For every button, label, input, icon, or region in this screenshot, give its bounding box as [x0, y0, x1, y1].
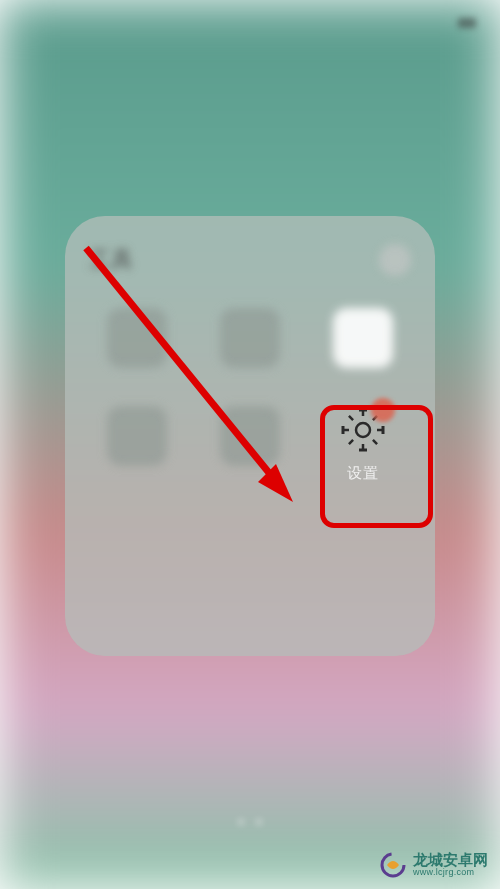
status-bar	[0, 8, 500, 38]
app-folder-panel: 工具	[65, 216, 435, 656]
folder-menu-button[interactable]	[379, 244, 411, 276]
settings-app[interactable]: 设置	[318, 406, 408, 483]
app-item[interactable]	[92, 406, 182, 483]
home-indicator[interactable]	[232, 817, 268, 835]
app-grid: 设置	[89, 308, 411, 483]
status-right	[458, 18, 480, 28]
app-icon	[333, 308, 393, 368]
watermark-name: 龙城安卓网	[413, 852, 488, 869]
app-item[interactable]	[318, 308, 408, 378]
app-icon	[220, 308, 280, 368]
app-item[interactable]	[205, 406, 295, 483]
app-item[interactable]	[92, 308, 182, 378]
folder-title: 工具	[89, 245, 133, 275]
notification-badge	[371, 398, 395, 422]
app-item[interactable]	[205, 308, 295, 378]
app-label: 设置	[347, 464, 379, 483]
app-icon	[107, 406, 167, 466]
app-icon	[107, 308, 167, 368]
svg-point-0	[356, 423, 370, 437]
watermark-logo-icon	[379, 851, 407, 879]
watermark-url: www.lcjrg.com	[413, 868, 488, 878]
watermark: 龙城安卓网 www.lcjrg.com	[379, 851, 488, 879]
app-icon	[220, 406, 280, 466]
